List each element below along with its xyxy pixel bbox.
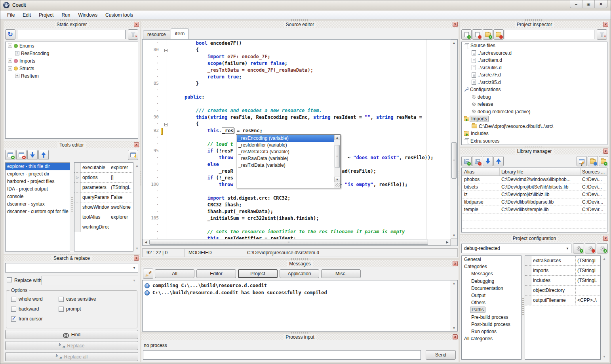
config-category-general[interactable]: General bbox=[462, 256, 521, 263]
close-icon[interactable] bbox=[453, 22, 458, 27]
find-button[interactable]: Find bbox=[5, 330, 138, 339]
add-folder-button[interactable] bbox=[483, 29, 493, 40]
close-icon[interactable] bbox=[603, 236, 608, 241]
expander-icon[interactable]: + bbox=[15, 74, 19, 78]
add-library-folder-button[interactable] bbox=[599, 156, 608, 166]
filter-project-button[interactable]: Project bbox=[238, 269, 278, 278]
tool-item-console[interactable]: console bbox=[6, 193, 70, 200]
tree-item-resitem[interactable]: +ResItem bbox=[6, 72, 138, 80]
process-input-field[interactable] bbox=[143, 350, 421, 360]
property-value[interactable]: False bbox=[109, 192, 133, 202]
expander-icon[interactable]: − bbox=[8, 66, 12, 71]
property-value[interactable]: <CPP>..\ bbox=[576, 295, 600, 305]
clear-filter-button[interactable] bbox=[597, 29, 607, 40]
filter-misc-button[interactable]: Misc. bbox=[321, 269, 361, 278]
search-term-combo[interactable] bbox=[5, 263, 138, 273]
replace-all-button[interactable]: Replace all bbox=[5, 352, 138, 361]
editor-hscrollbar[interactable]: ◀ ▶ bbox=[143, 239, 451, 246]
tool-item-ida-project-output[interactable]: IDA - project output bbox=[6, 185, 70, 193]
scroll-down-icon[interactable]: ▼ bbox=[451, 325, 457, 331]
menu-edit[interactable]: Edit bbox=[19, 11, 34, 19]
scroll-up-icon[interactable]: ▲ bbox=[334, 135, 340, 140]
maximize-button[interactable] bbox=[582, 0, 595, 8]
property-value[interactable]: explorer bbox=[109, 163, 133, 172]
config-category-others[interactable]: Others bbox=[462, 299, 521, 306]
tools-editor-header[interactable]: Tools editor bbox=[4, 141, 140, 148]
property-value[interactable]: (TStringL bbox=[576, 256, 600, 265]
tree-item-imports[interactable]: +Imports bbox=[6, 57, 138, 65]
project-tree-item-debug-redirected-active[interactable]: debug-redirected (active) bbox=[462, 108, 607, 116]
menu-windows[interactable]: Windows bbox=[74, 11, 101, 19]
move-library-up-button[interactable] bbox=[493, 156, 504, 166]
checkbox-whole-word[interactable] bbox=[11, 297, 16, 302]
close-icon[interactable] bbox=[134, 142, 139, 147]
add-tool-button[interactable] bbox=[5, 150, 15, 160]
project-tree-item-source-files[interactable]: Source files bbox=[462, 42, 607, 50]
tree-item-structs[interactable]: −Structs bbox=[6, 65, 138, 72]
config-category-output[interactable]: Output bbox=[462, 292, 521, 299]
fold-collapse-icon[interactable] bbox=[164, 49, 168, 52]
expander-icon[interactable]: − bbox=[8, 44, 12, 48]
symbol-filter-input[interactable] bbox=[18, 30, 126, 39]
project-tree-item-src-resource-d[interactable]: ..\src\resource.d bbox=[462, 50, 607, 57]
config-category-pre-build-process[interactable]: Pre-build process bbox=[462, 314, 521, 321]
filter-application-button[interactable]: Application bbox=[280, 269, 319, 278]
log-message[interactable]: C:\...\build\resource.d.coedit has been … bbox=[143, 289, 450, 296]
scroll-down-icon[interactable]: ▼ bbox=[334, 177, 340, 182]
close-icon[interactable] bbox=[453, 261, 458, 266]
library-row-bitsets[interactable]: bitsetsC:\Dev\dproj\bitSet\lib\bitsets.l… bbox=[462, 183, 607, 191]
column-header-sources[interactable]: Sources ... bbox=[581, 168, 607, 175]
replace-term-combo[interactable] bbox=[42, 276, 138, 285]
tool-item-dscanner-syntax[interactable]: dscanner - syntax bbox=[6, 200, 70, 208]
remove-config-button[interactable] bbox=[585, 243, 596, 253]
scroll-down-icon[interactable]: ▼ bbox=[603, 355, 606, 358]
checkbox-backward[interactable] bbox=[11, 307, 16, 312]
property-value[interactable] bbox=[109, 222, 133, 232]
source-editor-header[interactable]: Source editor bbox=[141, 21, 459, 28]
move-library-down-button[interactable] bbox=[483, 156, 493, 166]
config-category-categories[interactable]: Categories bbox=[462, 263, 521, 270]
library-row-phobos[interactable]: phobosC:\Dev\dmd2\windows\lib\phob...C:\… bbox=[462, 176, 607, 183]
project-tree-item-imports[interactable]: Imports bbox=[462, 115, 607, 123]
property-value[interactable]: explorer bbox=[109, 212, 133, 222]
config-splitter[interactable] bbox=[522, 298, 524, 316]
vscroll-thumb[interactable] bbox=[451, 142, 457, 179]
tree-item-enums[interactable]: −Enums bbox=[6, 42, 138, 50]
remove-library-button[interactable] bbox=[472, 156, 482, 166]
library-row-libdparse[interactable]: libdparseC:\Dev\dlibs\libdparse.libC:\De… bbox=[462, 198, 607, 206]
property-value[interactable]: (TStringL bbox=[576, 266, 600, 275]
config-category-paths[interactable]: Paths bbox=[462, 306, 521, 313]
dock-grip[interactable] bbox=[291, 258, 309, 260]
property-value[interactable]: (TStringL bbox=[109, 183, 133, 192]
menu-custom-tools[interactable]: Custom tools bbox=[102, 11, 137, 19]
config-category-all-categories[interactable]: All categories bbox=[462, 335, 521, 342]
static-explorer-header[interactable]: Static explorer bbox=[4, 21, 140, 28]
scroll-down-icon[interactable]: ▼ bbox=[451, 233, 457, 238]
scroll-right-icon[interactable]: ▶ bbox=[444, 239, 450, 245]
completion-item-resmetadata-variable[interactable]: _resMetaData (variable) bbox=[237, 149, 334, 155]
config-category-documentation[interactable]: Documentation bbox=[462, 285, 521, 292]
project-tree-item-src-z85-d[interactable]: ..\src\z85.d bbox=[462, 79, 607, 86]
scroll-up-icon[interactable]: ▲ bbox=[451, 40, 457, 46]
completion-item-resrawdata-variable[interactable]: _resRawData (variable) bbox=[237, 155, 334, 162]
library-row-temple[interactable]: templeC:\Dev\dlibs\temple.libC:\Dev\r... bbox=[462, 206, 607, 213]
open-library-folder-button[interactable] bbox=[588, 156, 598, 166]
library-manager-header[interactable]: Library manager bbox=[460, 148, 609, 154]
scroll-up-icon[interactable]: ▲ bbox=[135, 164, 139, 168]
close-icon[interactable] bbox=[603, 149, 608, 154]
scroll-down-icon[interactable]: ▼ bbox=[135, 247, 139, 250]
completion-item-resencoding-variable[interactable]: _resEncoding (variable) bbox=[237, 135, 334, 142]
menu-file[interactable]: File bbox=[4, 11, 18, 19]
editor-vscrollbar[interactable]: ▲ ▼ bbox=[451, 40, 457, 239]
refresh-button[interactable] bbox=[5, 29, 15, 40]
tool-item-explorer-this-file-dir[interactable]: explorer - this file dir bbox=[6, 163, 70, 170]
checkbox-from-cursor[interactable] bbox=[11, 316, 16, 322]
scroll-up-icon[interactable]: ▲ bbox=[603, 257, 606, 261]
scroll-left-icon[interactable]: ◀ bbox=[143, 239, 149, 245]
project-tree-item-extra-sources[interactable]: Extra sources bbox=[462, 137, 607, 145]
checkbox-prompt[interactable] bbox=[59, 307, 64, 312]
config-category-post-build-process[interactable]: Post-build process bbox=[462, 321, 521, 328]
add-library-button[interactable] bbox=[461, 156, 472, 166]
column-header-alias[interactable]: Alias bbox=[462, 168, 500, 175]
completion-item-residentifier-variable[interactable]: _resIdentifier (variable) bbox=[237, 142, 334, 149]
